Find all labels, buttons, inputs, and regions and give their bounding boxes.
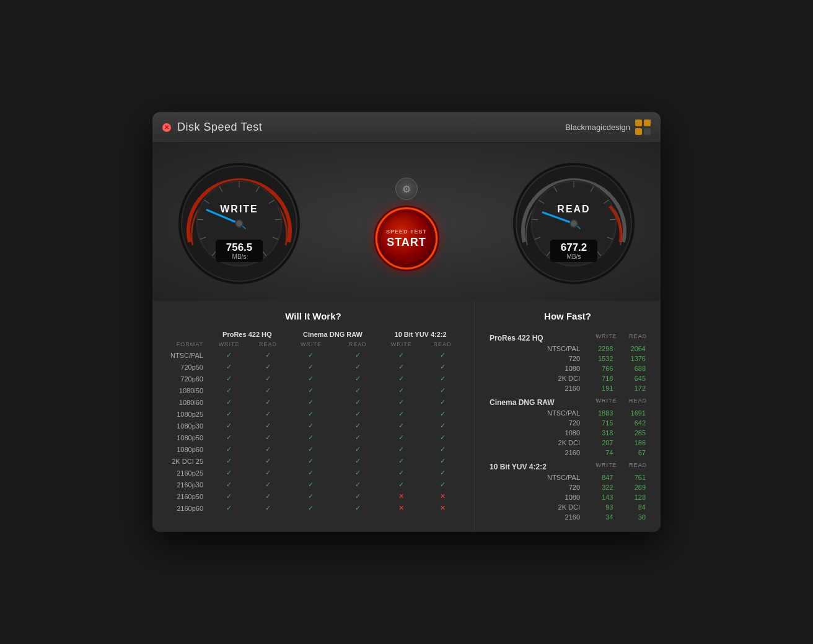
hf-write-val: 2298	[584, 344, 618, 354]
check-cell: ✓	[336, 385, 379, 396]
svg-text:756.5: 756.5	[226, 242, 253, 253]
prores-read-header: READ	[250, 339, 286, 349]
check-cell: ✓	[379, 361, 423, 373]
format-label: 2160p50	[165, 490, 208, 502]
bottom-section: Will It Work? ProRes 422 HQ Cinema DNG R…	[152, 301, 661, 532]
table-row: 2160p50✓✓✓✓✕✕	[165, 490, 462, 502]
check-cell: ✓	[336, 396, 379, 408]
check-cell: ✓	[250, 455, 286, 467]
hf-read-val: 2064	[618, 344, 648, 354]
hf-section-name: Cinema DNG RAW	[487, 393, 584, 408]
check-cell: ✓	[379, 443, 423, 455]
hf-data-row: 720 715 642	[487, 418, 648, 428]
format-col-header: FORMAT	[165, 339, 208, 349]
svg-point-39	[570, 220, 578, 227]
hf-read-label: READ	[618, 393, 648, 408]
check-cell: ✓	[250, 396, 286, 408]
check-cell: ✓	[208, 361, 250, 373]
check-cell: ✓	[208, 373, 250, 385]
cross-cell: ✕	[379, 502, 423, 514]
col-group-cinema: Cinema DNG RAW	[286, 329, 380, 339]
hf-write-label: WRITE	[584, 393, 618, 408]
check-cell: ✓	[336, 455, 379, 467]
check-cell: ✓	[250, 479, 286, 490]
check-cell: ✓	[379, 479, 423, 490]
hf-data-row: NTSC/PAL 2298 2064	[487, 344, 648, 354]
hf-data-row: 2160 191 172	[487, 383, 648, 393]
check-cell: ✓	[250, 467, 286, 479]
check-cell: ✓	[286, 443, 336, 455]
check-cell: ✓	[208, 408, 250, 420]
check-cell: ✓	[423, 373, 462, 385]
col-group-prores: ProRes 422 HQ	[208, 329, 286, 339]
check-cell: ✓	[250, 385, 286, 396]
format-label: 2160p60	[165, 502, 208, 514]
brand: Blackmagicdesign	[565, 120, 651, 135]
svg-text:MB/s: MB/s	[567, 253, 581, 260]
check-cell: ✓	[250, 490, 286, 502]
hf-read-label: READ	[618, 458, 648, 472]
check-cell: ✓	[336, 361, 379, 373]
table-row: NTSC/PAL✓✓✓✓✓✓	[165, 349, 462, 361]
svg-text:WRITE: WRITE	[220, 204, 258, 214]
table-row: 2K DCI 25✓✓✓✓✓✓	[165, 455, 462, 467]
hf-read-label: READ	[618, 329, 648, 344]
write-gauge-wrap: WRITE 756.5 MB/s	[177, 162, 301, 285]
check-cell: ✓	[379, 467, 423, 479]
check-cell: ✓	[208, 479, 250, 490]
check-cell: ✓	[336, 479, 379, 490]
hf-write-val: 718	[584, 373, 618, 383]
check-cell: ✓	[379, 385, 423, 396]
hf-read-val: 642	[618, 418, 648, 428]
hf-read-val: 688	[618, 363, 648, 373]
read-gauge-wrap: READ 677.2 MB/s	[512, 162, 636, 285]
check-cell: ✓	[250, 420, 286, 432]
table-row: 720p50✓✓✓✓✓✓	[165, 361, 462, 373]
hf-read-val: 289	[618, 482, 648, 492]
hf-read-val: 128	[618, 492, 648, 502]
hf-data-row: 2K DCI 93 84	[487, 502, 648, 512]
format-label: 1080i60	[165, 396, 208, 408]
hf-data-row: 2160 34 30	[487, 512, 648, 522]
check-cell: ✓	[423, 479, 462, 490]
settings-button[interactable]: ⚙	[395, 178, 418, 200]
format-label: NTSC/PAL	[165, 349, 208, 361]
check-cell: ✓	[250, 443, 286, 455]
brand-sq-2	[644, 120, 651, 126]
start-top-label: SPEED TEST	[386, 228, 427, 235]
check-cell: ✓	[208, 455, 250, 467]
write-gauge: WRITE 756.5 MB/s	[177, 162, 301, 285]
hf-section-row: Cinema DNG RAW WRITE READ	[487, 393, 648, 408]
check-cell: ✓	[379, 432, 423, 443]
app-window: ✕ Disk Speed Test Blackmagicdesign	[152, 112, 661, 532]
yuv-write-header: WRITE	[379, 339, 423, 349]
hf-data-row: 1080 318 285	[487, 428, 648, 438]
check-cell: ✓	[423, 443, 462, 455]
hf-row-label: 2160	[487, 383, 584, 393]
check-cell: ✓	[286, 373, 336, 385]
svg-text:677.2: 677.2	[561, 242, 587, 253]
hf-write-label: WRITE	[584, 458, 618, 472]
format-label: 2160p25	[165, 467, 208, 479]
format-label: 720p60	[165, 373, 208, 385]
check-cell: ✓	[208, 467, 250, 479]
check-cell: ✓	[208, 385, 250, 396]
hf-write-val: 143	[584, 492, 618, 502]
format-label: 1080i50	[165, 385, 208, 396]
close-button[interactable]: ✕	[162, 123, 171, 132]
check-cell: ✓	[250, 349, 286, 361]
start-button[interactable]: SPEED TEST START	[376, 207, 437, 269]
brand-sq-3	[635, 128, 642, 135]
check-cell: ✓	[379, 420, 423, 432]
hf-row-label: 2K DCI	[487, 502, 584, 512]
hf-write-val: 1532	[584, 354, 618, 363]
hf-data-row: 2160 74 67	[487, 448, 648, 458]
titlebar-left: ✕ Disk Speed Test	[162, 121, 262, 134]
hf-row-label: NTSC/PAL	[487, 408, 584, 418]
check-cell: ✓	[250, 361, 286, 373]
hf-read-val: 1691	[618, 408, 648, 418]
hf-row-label: 2K DCI	[487, 373, 584, 383]
read-gauge: READ 677.2 MB/s	[512, 162, 636, 285]
check-cell: ✓	[208, 502, 250, 514]
format-label: 1080p30	[165, 420, 208, 432]
